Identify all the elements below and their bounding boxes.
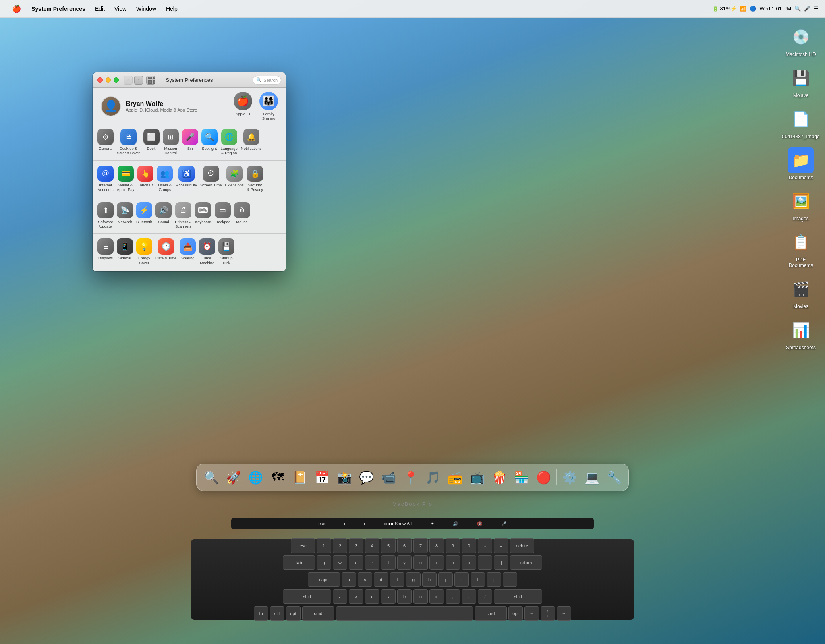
touchbar-brightness[interactable]: ☀ [427, 520, 437, 527]
pref-date-time[interactable]: 🕐 Date & Time [154, 236, 178, 267]
touchbar-mute[interactable]: 🔇 [474, 520, 486, 527]
desktop-icon-documents[interactable]: 📁 Documents [785, 147, 817, 180]
pref-mission-control[interactable]: ⊞ MissionControl [161, 126, 180, 158]
menubar-notification-center[interactable]: ☰ [814, 6, 819, 12]
search-box[interactable]: 🔍 Search [253, 76, 281, 85]
key-period[interactable]: . [462, 589, 476, 604]
pref-siri[interactable]: 🎤 Siri [180, 126, 200, 158]
menubar-help[interactable]: Help [161, 0, 182, 18]
key-comma[interactable]: , [446, 589, 460, 604]
key-cmd-left[interactable]: cmd [302, 606, 334, 621]
dock-qreader[interactable]: 🔴 [533, 467, 554, 488]
grid-view-button[interactable] [146, 76, 155, 85]
dock-maps2[interactable]: 📍 [400, 467, 421, 488]
key-s[interactable]: s [358, 572, 372, 587]
desktop-icon-mojave[interactable]: 💾 Mojave [785, 65, 817, 98]
pref-desktop-screensaver[interactable]: 🖥 Desktop &Screen Saver [115, 126, 142, 158]
dock-calendar[interactable]: 📅 [311, 467, 332, 488]
dock-appstore[interactable]: 🏪 [511, 467, 532, 488]
pref-displays[interactable]: 🖥 Displays [96, 236, 115, 267]
key-x[interactable]: x [349, 589, 363, 604]
key-l[interactable]: l [471, 572, 485, 587]
key-1[interactable]: 1 [317, 538, 331, 553]
desktop-icon-image[interactable]: 📄 50414387_Image [785, 106, 817, 139]
pref-accessibility[interactable]: ♿ Accessibility [174, 163, 199, 195]
desktop-icon-pdf-documents[interactable]: 📋 PDF Documents [785, 230, 817, 268]
pref-general[interactable]: ⚙ General [96, 126, 115, 158]
pref-sharing[interactable]: 📤 Sharing [178, 236, 197, 267]
key-t[interactable]: t [381, 555, 396, 570]
dock-launchpad[interactable]: 🚀 [223, 467, 244, 488]
key-7[interactable]: 7 [413, 538, 428, 553]
key-a[interactable]: a [342, 572, 356, 587]
dock-messages[interactable]: 💬 [356, 467, 377, 488]
dock-music[interactable]: 🎵 [422, 467, 443, 488]
key-tab[interactable]: tab [283, 555, 315, 570]
touchbar-forward[interactable]: › [361, 520, 369, 527]
key-minus[interactable]: - [478, 538, 492, 553]
pref-network[interactable]: 📡 Network [115, 200, 135, 231]
dock-notes[interactable]: 📔 [289, 467, 310, 488]
pref-software-update[interactable]: ⬆ SoftwareUpdate [96, 200, 115, 231]
pref-energy-saver[interactable]: 💡 EnergySaver [135, 236, 154, 267]
desktop-icon-movies[interactable]: 🎬 Movies [785, 276, 817, 309]
family-sharing-icon-item[interactable]: 👨‍👩‍👧 FamilySharing [259, 92, 278, 120]
pref-printers-scanners[interactable]: 🖨 Printers &Scanners [173, 200, 193, 231]
key-4[interactable]: 4 [365, 538, 379, 553]
key-r[interactable]: r [365, 555, 379, 570]
pref-startup-disk[interactable]: 💾 StartupDisk [217, 236, 236, 267]
minimize-button[interactable] [106, 77, 111, 83]
key-j[interactable]: j [438, 572, 453, 587]
key-equals[interactable]: = [494, 538, 508, 553]
key-o[interactable]: o [446, 555, 460, 570]
key-u[interactable]: u [413, 555, 428, 570]
key-e[interactable]: e [349, 555, 363, 570]
dock-terminal[interactable]: 💻 [581, 467, 602, 488]
pref-language-region[interactable]: 🌐 Language& Region [219, 126, 239, 158]
key-b[interactable]: b [397, 589, 412, 604]
pref-touch-id[interactable]: 👆 Touch ID [136, 163, 155, 195]
close-button[interactable] [97, 77, 103, 83]
key-slash[interactable]: / [478, 589, 492, 604]
key-q[interactable]: q [317, 555, 331, 570]
pref-sidecar[interactable]: 📱 Sidecar [115, 236, 135, 267]
key-semicolon[interactable]: ; [487, 572, 501, 587]
pref-notifications[interactable]: 🔔 Notifications [239, 126, 263, 158]
touchbar-back[interactable]: ‹ [340, 520, 348, 527]
desktop-icon-macintosh-hd[interactable]: 💿 Macintosh HD [785, 24, 817, 57]
key-v[interactable]: v [381, 589, 396, 604]
dock-photos[interactable]: 📸 [334, 467, 354, 488]
menubar-search[interactable]: 🔍 [794, 6, 801, 12]
key-fn[interactable]: fn [254, 606, 268, 621]
pref-keyboard[interactable]: ⌨ Keyboard [193, 200, 213, 231]
menubar-view[interactable]: View [110, 0, 131, 18]
apple-menu[interactable]: 🍎 [6, 0, 27, 18]
touchbar-siri[interactable]: 🎤 [498, 520, 510, 527]
dock-finder[interactable]: 🔍 [201, 467, 222, 488]
key-y[interactable]: y [397, 555, 412, 570]
pref-security-privacy[interactable]: 🔒 Security& Privacy [245, 163, 265, 195]
touchbar-esc[interactable]: esc [315, 520, 328, 527]
key-caps[interactable]: caps [308, 572, 340, 587]
key-3[interactable]: 3 [349, 538, 363, 553]
key-w[interactable]: w [333, 555, 347, 570]
pref-extensions[interactable]: 🧩 Extensions [223, 163, 245, 195]
maximize-button[interactable] [114, 77, 119, 83]
key-ctrl[interactable]: ctrl [270, 606, 284, 621]
pref-spotlight[interactable]: 🔍 Spotlight [200, 126, 219, 158]
key-arrow-up-down[interactable]: ↑↓ [541, 606, 555, 621]
key-5[interactable]: 5 [381, 538, 396, 553]
desktop-icon-spreadsheets[interactable]: 📊 Spreadsheets [785, 317, 817, 350]
dock-facetime[interactable]: 📹 [378, 467, 399, 488]
dock-maps[interactable]: 🗺 [267, 467, 288, 488]
key-esc[interactable]: esc [291, 538, 315, 553]
apple-id-icon-item[interactable]: 🍎 Apple ID [234, 92, 252, 120]
key-opt-right[interactable]: opt [508, 606, 523, 621]
menubar-app-name[interactable]: System Preferences [27, 0, 90, 18]
menubar-edit[interactable]: Edit [90, 0, 110, 18]
key-n[interactable]: n [413, 589, 428, 604]
pref-time-machine[interactable]: ⏰ TimeMachine [197, 236, 217, 267]
desktop-icon-images[interactable]: 🖼️ Images [785, 188, 817, 222]
key-k[interactable]: k [454, 572, 469, 587]
pref-internet-accounts[interactable]: @ InternetAccounts [96, 163, 115, 195]
